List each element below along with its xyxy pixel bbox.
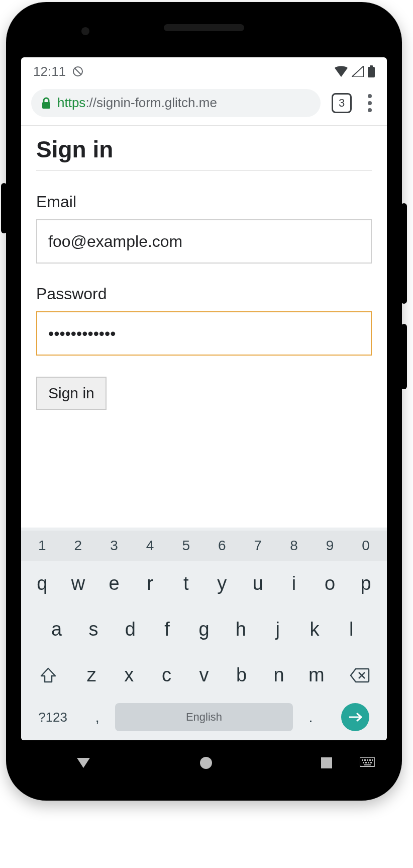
- tab-count-label: 3: [339, 97, 345, 110]
- key-p[interactable]: p: [348, 563, 384, 604]
- status-time: 12:11: [33, 64, 66, 79]
- key-u[interactable]: u: [240, 563, 276, 604]
- key-c[interactable]: c: [148, 654, 185, 696]
- sign-in-button[interactable]: Sign in: [36, 377, 107, 410]
- key-o[interactable]: o: [312, 563, 348, 604]
- key-d[interactable]: d: [112, 609, 149, 650]
- volume-button: [401, 203, 407, 304]
- cell-signal-icon: [352, 66, 364, 77]
- address-bar[interactable]: https://signin-form.glitch.me: [31, 89, 321, 117]
- keyboard-number-row: 1234567890: [21, 531, 387, 561]
- android-nav-bar: [21, 745, 387, 780]
- comma-key[interactable]: ,: [79, 709, 115, 726]
- key-z[interactable]: z: [73, 654, 111, 696]
- more-menu-button[interactable]: [363, 94, 377, 112]
- keyboard-switch-icon[interactable]: [360, 757, 375, 768]
- svg-rect-19: [370, 762, 372, 763]
- enter-key[interactable]: [341, 703, 369, 731]
- key-w[interactable]: w: [60, 563, 96, 604]
- key-8[interactable]: 8: [276, 533, 312, 559]
- wifi-icon: [335, 66, 348, 77]
- email-label: Email: [36, 193, 372, 211]
- key-q[interactable]: q: [24, 563, 60, 604]
- svg-rect-4: [42, 102, 50, 109]
- key-j[interactable]: j: [259, 609, 296, 650]
- email-input[interactable]: [36, 219, 372, 264]
- screen: 12:11: [21, 57, 387, 740]
- home-button[interactable]: [199, 756, 213, 770]
- key-s[interactable]: s: [75, 609, 112, 650]
- status-bar: 12:11: [21, 57, 387, 85]
- keyboard-bottom-row: ?123 , English .: [21, 698, 387, 740]
- email-field-group: Email: [36, 193, 372, 264]
- key-t[interactable]: t: [168, 563, 204, 604]
- key-5[interactable]: 5: [168, 533, 204, 559]
- backspace-key[interactable]: [335, 668, 384, 683]
- password-input[interactable]: [36, 311, 372, 356]
- phone-camera: [81, 27, 89, 35]
- key-e[interactable]: e: [96, 563, 132, 604]
- power-button: [401, 324, 407, 389]
- password-label: Password: [36, 285, 372, 303]
- key-1[interactable]: 1: [24, 533, 60, 559]
- svg-rect-3: [370, 65, 373, 67]
- spacebar-key[interactable]: English: [115, 703, 293, 731]
- key-n[interactable]: n: [260, 654, 298, 696]
- key-r[interactable]: r: [132, 563, 168, 604]
- page-title: Sign in: [36, 136, 372, 170]
- url-host: signin-form.glitch.me: [96, 95, 217, 110]
- key-3[interactable]: 3: [96, 533, 132, 559]
- key-m[interactable]: m: [297, 654, 335, 696]
- key-g[interactable]: g: [185, 609, 222, 650]
- soft-keyboard: 1234567890 qwertyuiop asdfghjkl zxcvbnm …: [21, 528, 387, 740]
- back-button[interactable]: [75, 756, 92, 770]
- svg-point-8: [200, 757, 212, 769]
- svg-line-1: [75, 68, 81, 74]
- lock-icon: [41, 97, 51, 109]
- keyboard-row-3: zxcvbnm: [21, 652, 387, 698]
- key-y[interactable]: y: [204, 563, 240, 604]
- key-v[interactable]: v: [185, 654, 223, 696]
- url-text: https://signin-form.glitch.me: [57, 95, 217, 111]
- key-b[interactable]: b: [223, 654, 260, 696]
- keyboard-row-1: qwertyuiop: [21, 561, 387, 606]
- key-x[interactable]: x: [111, 654, 148, 696]
- svg-rect-16: [363, 762, 364, 763]
- shift-key[interactable]: [24, 667, 73, 684]
- svg-rect-15: [372, 759, 373, 761]
- url-scheme: https: [57, 95, 85, 110]
- side-button-left: [1, 183, 7, 233]
- svg-rect-20: [364, 764, 371, 765]
- key-l[interactable]: l: [333, 609, 370, 650]
- tab-switcher-button[interactable]: 3: [332, 93, 352, 113]
- overview-button[interactable]: [320, 756, 333, 769]
- key-4[interactable]: 4: [132, 533, 168, 559]
- key-9[interactable]: 9: [312, 533, 348, 559]
- phone-speaker: [164, 24, 244, 31]
- url-separator: ://: [85, 95, 96, 110]
- svg-rect-9: [321, 757, 332, 768]
- svg-rect-12: [364, 759, 366, 761]
- period-key[interactable]: .: [293, 709, 329, 726]
- svg-rect-14: [369, 759, 371, 761]
- page-content: Sign in Email Password Sign in: [21, 126, 387, 528]
- key-f[interactable]: f: [149, 609, 185, 650]
- symbols-mode-key[interactable]: ?123: [26, 710, 79, 725]
- svg-rect-13: [367, 759, 368, 761]
- svg-rect-17: [365, 762, 367, 763]
- key-a[interactable]: a: [38, 609, 75, 650]
- svg-rect-11: [362, 759, 363, 761]
- battery-icon: [368, 65, 375, 77]
- browser-toolbar: https://signin-form.glitch.me 3: [21, 85, 387, 126]
- key-7[interactable]: 7: [240, 533, 276, 559]
- key-0[interactable]: 0: [348, 533, 384, 559]
- key-6[interactable]: 6: [204, 533, 240, 559]
- phone-frame: 12:11: [6, 2, 402, 801]
- key-h[interactable]: h: [223, 609, 259, 650]
- password-field-group: Password: [36, 285, 372, 356]
- key-2[interactable]: 2: [60, 533, 96, 559]
- svg-rect-18: [368, 762, 369, 763]
- key-i[interactable]: i: [276, 563, 312, 604]
- key-k[interactable]: k: [296, 609, 333, 650]
- keyboard-row-2: asdfghjkl: [21, 606, 387, 652]
